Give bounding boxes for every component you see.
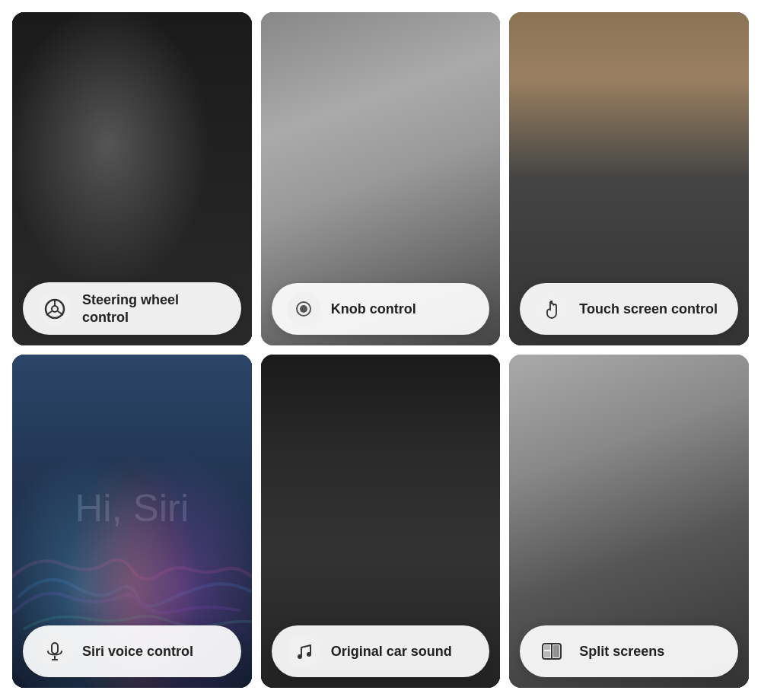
svg-text:What it what if we: What it what if we: [359, 415, 435, 427]
svg-rect-56: [645, 64, 684, 103]
svg-text:🗺: 🗺: [640, 399, 662, 424]
svg-rect-94: [261, 447, 279, 482]
svg-text:📱: 📱: [643, 490, 681, 526]
touch-label-text: Touch screen control: [579, 301, 718, 318]
svg-rect-97: [287, 406, 346, 482]
svg-rect-48: [509, 33, 709, 57]
svg-point-21: [52, 306, 58, 312]
svg-marker-121: [555, 441, 563, 457]
svg-point-39: [431, 100, 470, 172]
svg-text:15: 15: [708, 455, 717, 463]
svg-text:✱: ✱: [33, 223, 49, 244]
touch-hand-icon: [541, 298, 562, 320]
svg-text:00:MN:VE • 08:19:07: 00:MN:VE • 08:19:07: [451, 386, 500, 395]
svg-point-38: [382, 91, 476, 213]
svg-text:Hi, Siri: Hi, Siri: [75, 486, 189, 530]
svg-text:🎙: 🎙: [608, 119, 627, 141]
svg-rect-128: [706, 387, 749, 470]
knob-label: Knob control: [272, 283, 490, 335]
svg-rect-16: [19, 215, 62, 258]
svg-rect-87: [261, 376, 501, 548]
card-music: 11:56 ALPINE 00:MN:VE • 08:19:07 🎵 SOUTH…: [261, 355, 501, 688]
svg-rect-145: [544, 645, 550, 650]
svg-text:♫: ♫: [380, 555, 406, 593]
svg-point-45: [300, 305, 307, 313]
steering-label-text: Steering wheel control: [82, 291, 226, 326]
svg-point-139: [509, 606, 521, 637]
svg-point-106: [341, 501, 367, 527]
svg-text:⏭: ⏭: [199, 175, 215, 192]
svg-text:◁: ◁: [697, 111, 709, 128]
svg-point-40: [460, 100, 484, 161]
siri-icon: [38, 635, 72, 668]
svg-rect-135: [706, 475, 749, 558]
svg-rect-133: [633, 475, 702, 558]
svg-text:📺: 📺: [513, 123, 532, 141]
card-steering: ☎ ))) ⬡ NAV ⏮ + –: [12, 12, 252, 345]
svg-text:☎: ☎: [60, 122, 79, 138]
svg-rect-64: [645, 111, 684, 150]
music-note-icon: [294, 641, 314, 661]
knob-icon: [287, 292, 320, 326]
svg-text:···: ···: [721, 396, 727, 405]
svg-rect-62: [598, 111, 637, 150]
svg-text:💬: 💬: [655, 75, 674, 94]
svg-text:⏮: ⏮: [308, 508, 323, 524]
svg-text:▷: ▷: [708, 111, 720, 128]
svg-point-33: [372, 192, 390, 209]
svg-rect-60: [551, 111, 590, 150]
svg-point-19: [144, 221, 174, 251]
svg-text:🎧: 🎧: [560, 123, 579, 141]
svg-rect-120: [509, 387, 625, 558]
svg-point-32: [326, 147, 434, 254]
svg-text:♬: ♬: [472, 574, 495, 608]
svg-text:↺: ↺: [338, 134, 349, 148]
svg-marker-131: [729, 414, 744, 432]
music-label-text: Original car sound: [331, 643, 452, 660]
svg-text:RADIO: RADIO: [261, 142, 263, 154]
svg-text:▽: ▽: [699, 81, 714, 102]
svg-text:ALPINE: ALPINE: [345, 383, 384, 396]
svg-text:🔀: 🔀: [419, 507, 438, 525]
split-label-text: Split screens: [579, 643, 664, 660]
svg-rect-50: [509, 64, 542, 103]
svg-text:📖: 📖: [655, 123, 674, 141]
svg-text:⏮: ⏮: [113, 175, 129, 192]
card-knob: RADIO ↺ SCAN 4: [261, 12, 501, 345]
svg-text:⬡ NAV: ⬡ NAV: [27, 178, 68, 192]
feature-grid: ☎ ))) ⬡ NAV ⏮ + –: [0, 0, 761, 700]
microphone-icon: [45, 641, 65, 661]
svg-text:📞: 📞: [509, 69, 537, 95]
svg-text:⏸: ⏸: [346, 505, 361, 522]
split-screen-icon: [541, 641, 562, 662]
svg-rect-26: [261, 119, 322, 173]
svg-rect-14: [186, 163, 229, 206]
svg-rect-129: [708, 389, 749, 443]
siri-label-text: Siri voice control: [82, 643, 193, 660]
svg-rect-117: [509, 376, 749, 569]
svg-text:△: △: [699, 129, 714, 151]
svg-rect-66: [509, 158, 686, 210]
svg-point-42: [489, 131, 500, 177]
svg-text:23%: 23%: [656, 164, 675, 176]
svg-text:♪: ♪: [565, 75, 574, 94]
svg-text:Taron Eg...: Taron Eg...: [359, 449, 401, 458]
svg-text:♩: ♩: [321, 568, 342, 616]
svg-point-99: [307, 435, 325, 453]
knob-label-text: Knob control: [331, 301, 416, 318]
split-label: Split screens: [520, 625, 738, 677]
split-icon: [535, 635, 568, 668]
svg-point-114: [298, 654, 302, 659]
svg-point-75: [607, 41, 652, 102]
siri-label: Siri voice control: [23, 625, 241, 677]
svg-text:🗺: 🗺: [609, 75, 626, 94]
steering-icon: [38, 292, 72, 326]
svg-rect-103: [305, 495, 472, 499]
music-label: Original car sound: [272, 625, 490, 677]
svg-rect-95: [287, 403, 480, 543]
steering-label: Steering wheel control: [23, 282, 241, 335]
svg-rect-2: [40, 109, 100, 152]
svg-rect-10: [148, 163, 180, 182]
svg-rect-28: [326, 125, 358, 157]
svg-rect-47: [509, 33, 709, 216]
